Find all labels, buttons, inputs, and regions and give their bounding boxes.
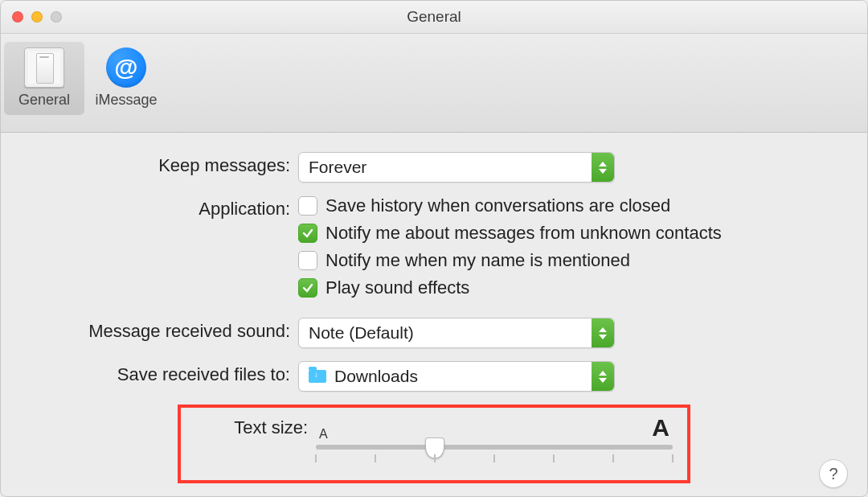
checkbox-save-history[interactable]: Save history when conversations are clos… xyxy=(298,195,835,216)
keep-messages-select[interactable]: Forever xyxy=(298,152,615,183)
tab-imessage-label: iMessage xyxy=(95,92,157,109)
text-size-large-marker: A xyxy=(652,414,669,442)
keep-messages-label: Keep messages: xyxy=(33,152,298,176)
checkbox-label: Play sound effects xyxy=(326,277,469,298)
application-label: Application: xyxy=(33,195,298,220)
tab-imessage[interactable]: @ iMessage xyxy=(86,42,166,115)
save-files-value: Downloads xyxy=(334,367,418,386)
text-size-highlight: Text size: A A xyxy=(178,405,690,483)
at-sign-icon: @ xyxy=(105,47,147,88)
slider-track xyxy=(316,445,673,450)
checkbox-icon xyxy=(298,251,317,270)
save-files-select[interactable]: Downloads xyxy=(298,361,615,392)
window-title: General xyxy=(1,8,867,26)
text-size-small-marker: A xyxy=(319,427,328,442)
application-options: Save history when conversations are clos… xyxy=(298,195,835,305)
preferences-toolbar: General @ iMessage xyxy=(1,34,867,133)
chevron-updown-icon xyxy=(592,153,614,182)
save-files-label: Save received files to: xyxy=(33,361,298,385)
preferences-body: Keep messages: Forever Application: Save… xyxy=(1,133,867,497)
checkbox-icon xyxy=(298,196,317,216)
checkbox-notify-mention[interactable]: Notify me when my name is mentioned xyxy=(298,250,835,271)
preferences-window: General General @ iMessage Keep messages… xyxy=(0,0,868,497)
received-sound-label: Message received sound: xyxy=(33,318,298,342)
titlebar: General xyxy=(1,1,867,34)
folder-icon xyxy=(309,370,326,383)
tab-general[interactable]: General xyxy=(4,42,84,115)
help-button[interactable]: ? xyxy=(819,459,848,488)
keep-messages-value: Forever xyxy=(299,158,366,177)
checkbox-icon xyxy=(298,224,317,243)
text-size-slider[interactable]: A A xyxy=(316,414,673,466)
slider-ticks xyxy=(316,454,673,466)
checkbox-label: Save history when conversations are clos… xyxy=(326,195,670,216)
received-sound-value: Note (Default) xyxy=(299,323,414,343)
checkbox-play-sound[interactable]: Play sound effects xyxy=(298,277,835,298)
chevron-updown-icon xyxy=(592,318,614,347)
question-mark-icon: ? xyxy=(829,465,837,483)
chevron-updown-icon xyxy=(592,362,614,391)
received-sound-select[interactable]: Note (Default) xyxy=(298,318,615,348)
checkbox-notify-unknown[interactable]: Notify me about messages from unknown co… xyxy=(298,223,835,244)
checkbox-icon xyxy=(298,278,317,298)
text-size-label: Text size: xyxy=(195,414,316,438)
switch-icon xyxy=(23,47,65,88)
tab-general-label: General xyxy=(18,92,70,109)
checkbox-label: Notify me when my name is mentioned xyxy=(326,250,630,271)
checkbox-label: Notify me about messages from unknown co… xyxy=(326,223,722,244)
